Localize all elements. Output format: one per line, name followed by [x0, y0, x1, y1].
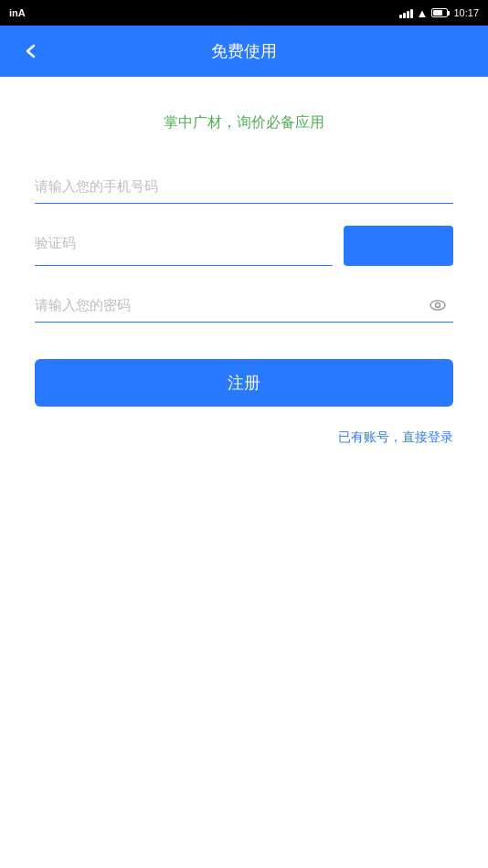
back-button[interactable] [15, 35, 48, 68]
svg-point-0 [430, 301, 445, 310]
battery-icon [431, 8, 450, 17]
register-button[interactable]: 注册 [35, 359, 453, 407]
header: 免费使用 [0, 26, 488, 77]
verify-input-wrap [35, 226, 333, 266]
signal-icon [399, 7, 413, 18]
status-bar-left: inA [9, 7, 26, 18]
login-link[interactable]: 已有账号，直接登录 [338, 429, 453, 444]
login-link-row: 已有账号，直接登录 [35, 429, 453, 446]
status-bar-right: ▲ 10:17 [399, 6, 479, 20]
password-field-group [35, 288, 453, 323]
send-code-button[interactable] [344, 226, 453, 266]
header-title: 免费使用 [211, 40, 277, 62]
eye-toggle-icon[interactable] [428, 295, 448, 315]
password-input[interactable] [35, 288, 453, 322]
status-bar: inA ▲ 10:17 [0, 0, 488, 26]
phone-field-group [35, 169, 453, 204]
status-bar-left-text: inA [9, 7, 26, 18]
tagline-text: 掌中广材，询价必备应用 [35, 113, 453, 132]
svg-point-1 [436, 302, 440, 307]
verify-code-input[interactable] [35, 226, 333, 259]
phone-input[interactable] [35, 169, 453, 204]
wifi-icon: ▲ [417, 6, 429, 20]
page-content: 掌中广材，询价必备应用 注册 已有账号，直接登录 [0, 77, 488, 473]
status-bar-time: 10:17 [453, 7, 479, 18]
verify-code-row [35, 226, 453, 266]
